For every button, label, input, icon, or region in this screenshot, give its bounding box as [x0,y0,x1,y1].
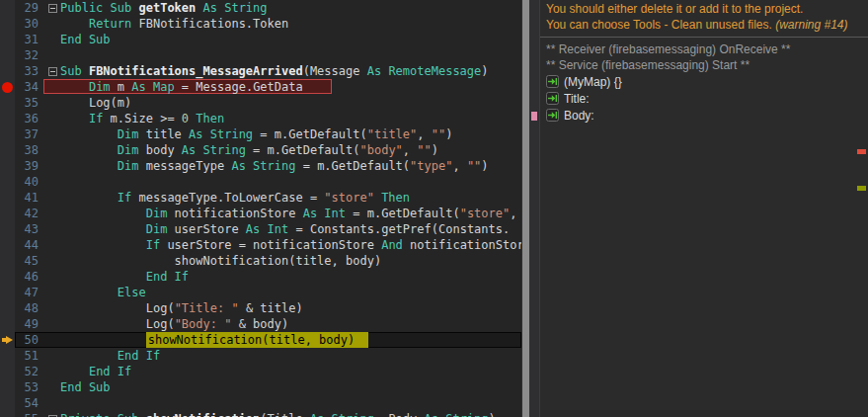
code-text[interactable]: Else [60,285,521,300]
breakpoint-margin[interactable] [0,63,15,79]
log-expand-icon[interactable] [546,75,559,88]
code-line[interactable]: 45 showNotification(title, body) [0,253,521,269]
code-text[interactable]: Private Sub showNotification(Title As St… [60,411,521,417]
code-text[interactable] [60,174,521,190]
code-line[interactable]: 41 If messageType.ToLowerCase = "store" … [0,190,521,206]
breakpoint-margin[interactable] [0,316,15,332]
code-text[interactable]: showNotification(title, body) [60,253,521,269]
breakpoint-margin[interactable] [0,285,15,300]
code-line[interactable]: 52 End If [0,364,521,379]
code-line[interactable]: 33Sub FBNotifications_MessageArrived(Mes… [0,63,521,79]
breakpoint-margin[interactable] [0,158,15,174]
code-text[interactable] [60,395,521,411]
code-text[interactable]: End Sub [60,32,521,47]
code-line[interactable]: 44 If userStore = notificationStore And … [0,237,521,253]
breakpoint-margin[interactable] [0,206,15,221]
code-text[interactable]: End If [60,364,521,379]
log-scrollbar[interactable] [855,38,868,417]
breakpoint-margin[interactable] [0,379,15,395]
breakpoint-margin[interactable] [0,411,15,417]
breakpoint-margin[interactable] [0,126,15,142]
breakpoint-margin[interactable] [0,32,15,47]
breakpoint-margin[interactable] [0,0,15,16]
line-number: 43 [15,221,44,237]
line-number: 38 [15,142,44,158]
code-line[interactable]: 48 Log("Title: " & title) [0,300,521,316]
line-number: 53 [15,379,44,395]
fold-margin[interactable] [44,0,60,16]
code-line[interactable]: 36 If m.Size >= 0 Then [0,111,521,126]
code-text[interactable]: Dim m As Map = Message.GetData [60,79,521,95]
code-text[interactable]: If messageType.ToLowerCase = "store" The… [60,190,521,206]
code-text[interactable]: If m.Size >= 0 Then [60,111,521,126]
code-text[interactable]: End If [60,269,521,285]
code-text[interactable]: End If [60,348,521,364]
breakpoint-icon[interactable] [2,82,13,93]
editor-scrollbar[interactable] [521,0,539,417]
breakpoint-margin[interactable] [0,237,15,253]
code-line[interactable]: 29Public Sub getToken As String [0,0,521,16]
code-text[interactable]: Return FBNotifications.Token [60,16,521,32]
code-line[interactable]: 43 Dim userStore As Int = Constants.getP… [0,221,521,237]
breakpoint-margin[interactable] [0,142,15,158]
fold-collapse-icon[interactable] [48,67,57,76]
code-line[interactable]: 51 End If [0,348,521,364]
code-text[interactable]: If userStore = notificationStore And not… [60,237,521,253]
fold-margin [44,253,60,269]
code-line[interactable]: 53End Sub [0,379,521,395]
code-line[interactable]: 30 Return FBNotifications.Token [0,16,521,32]
code-line[interactable]: 46 End If [0,269,521,285]
code-line[interactable]: 32 [0,47,521,63]
code-line[interactable]: 37 Dim title As String = m.GetDefault("t… [0,126,521,142]
code-text[interactable]: Dim userStore As Int = Constants.getPref… [60,221,521,237]
editor-scrollbar-thumb[interactable] [522,0,529,417]
breakpoint-margin[interactable] [0,16,15,32]
code-line[interactable]: 54 [0,395,521,411]
breakpoint-margin[interactable] [0,332,15,348]
breakpoint-margin[interactable] [0,190,15,206]
breakpoint-margin[interactable] [0,79,15,95]
breakpoint-margin[interactable] [0,395,15,411]
code-line[interactable]: 42 Dim notificationStore As Int = m.GetD… [0,206,521,221]
line-number: 45 [15,253,44,269]
code-text[interactable]: End Sub [60,379,521,395]
code-line[interactable]: 34 Dim m As Map = Message.GetData [0,79,521,95]
code-text[interactable]: Log("Title: " & title) [60,300,521,316]
code-line[interactable]: 39 Dim messageType As String = m.GetDefa… [0,158,521,174]
breakpoint-margin[interactable] [0,111,15,126]
code-text[interactable]: Sub FBNotifications_MessageArrived(Messa… [60,63,521,79]
fold-collapse-icon[interactable] [48,4,57,13]
code-text[interactable]: Dim notificationStore As Int = m.GetDefa… [60,206,521,221]
log-expand-icon[interactable] [546,109,559,122]
fold-margin[interactable] [44,63,60,79]
code-line[interactable]: 31End Sub [0,32,521,47]
code-text[interactable]: Log("Body: " & body) [60,316,521,332]
code-text[interactable]: Log(m) [60,95,521,111]
code-line[interactable]: 50 showNotification(title, body) [0,332,521,348]
code-line[interactable]: 47 Else [0,285,521,300]
breakpoint-margin[interactable] [0,47,15,63]
breakpoint-margin[interactable] [0,253,15,269]
code-text[interactable]: showNotification(title, body) [60,332,521,348]
fold-margin[interactable] [44,411,60,417]
code-text[interactable]: Dim body As String = m.GetDefault("body"… [60,142,521,158]
code-line[interactable]: 55Private Sub showNotification(Title As … [0,411,521,417]
scroll-mark-red [857,149,866,154]
code-line[interactable]: 40 [0,174,521,190]
breakpoint-margin[interactable] [0,269,15,285]
breakpoint-margin[interactable] [0,174,15,190]
code-line[interactable]: 35 Log(m) [0,95,521,111]
log-expand-icon[interactable] [546,92,559,105]
breakpoint-margin[interactable] [0,95,15,111]
code-text[interactable]: Public Sub getToken As String [60,0,521,16]
breakpoint-margin[interactable] [0,221,15,237]
code-editor[interactable]: 29Public Sub getToken As String30 Return… [0,0,521,417]
code-line[interactable]: 49 Log("Body: " & body) [0,316,521,332]
code-text[interactable] [60,47,521,63]
code-text[interactable]: Dim title As String = m.GetDefault("titl… [60,126,521,142]
breakpoint-margin[interactable] [0,300,15,316]
code-line[interactable]: 38 Dim body As String = m.GetDefault("bo… [0,142,521,158]
breakpoint-margin[interactable] [0,364,15,379]
breakpoint-margin[interactable] [0,348,15,364]
code-text[interactable]: Dim messageType As String = m.GetDefault… [60,158,521,174]
